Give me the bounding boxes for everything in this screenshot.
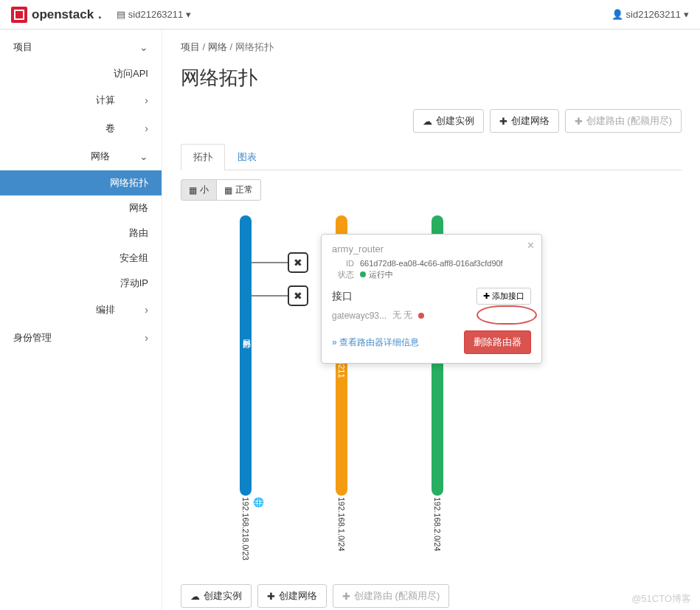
breadcrumb: 项目 / 网络 / 网络拓扑 [181, 41, 682, 54]
view-tabs: 拓扑 图表 [181, 144, 682, 170]
user-menu[interactable]: 👤 sid21263211 ▾ [611, 9, 689, 20]
size-toggle: ▦小 ▦正常 [181, 179, 682, 201]
watermark: @51CTO博客 [631, 592, 691, 606]
grid-icon: ▦ [224, 185, 232, 195]
nav-orchestration[interactable]: 编排 › [0, 296, 162, 324]
router-detail-link[interactable]: » 查看路由器详细信息 [332, 336, 419, 349]
project-selector-label: sid21263211 [128, 9, 183, 20]
chevron-right-icon: › [145, 94, 148, 106]
tab-topology[interactable]: 拓扑 [181, 144, 225, 170]
delete-router-button[interactable]: 删除路由器 [464, 330, 531, 354]
router-icon: ✖ [294, 290, 302, 302]
user-icon: 👤 [611, 9, 623, 20]
launch-instance-button[interactable]: ☁创建实例 [413, 109, 484, 133]
nav-network-topology[interactable]: 网络拓扑 [0, 170, 162, 195]
router-popup: × army_router ID661d72d8-ea08-4c66-aff8-… [321, 234, 542, 364]
nav-volume[interactable]: 卷 › [0, 114, 162, 142]
create-network-button[interactable]: ✚创建网络 [490, 109, 559, 133]
gateway-row: gatewayc93... 无 无 [332, 309, 531, 322]
interfaces-heading: 接口 [332, 290, 353, 303]
plus-icon: ✚ [499, 116, 507, 127]
chevron-down-icon: ⌄ [139, 150, 148, 162]
status-dot-red [418, 313, 424, 319]
caret-down-icon: ▾ [186, 9, 191, 20]
plus-icon: ✚ [483, 291, 490, 301]
breadcrumb-project[interactable]: 项目 [181, 41, 200, 52]
cloud-upload-icon: ☁ [190, 591, 200, 602]
user-label: sid21263211 [626, 9, 681, 20]
chevron-right-icon: › [145, 332, 148, 344]
project-selector[interactable]: ▤ sid21263211 ▾ [117, 9, 191, 20]
topbar-left: openstack. ▤ sid21263211 ▾ [11, 7, 191, 23]
close-icon[interactable]: × [527, 239, 534, 252]
nav-networks[interactable]: 网络 [0, 195, 162, 221]
popup-footer: » 查看路由器详细信息 删除路由器 [332, 330, 531, 354]
caret-down-icon: ▾ [684, 9, 689, 20]
create-router-button: ✚创建路由 (配额用尽) [565, 109, 682, 133]
nav-floating-ips[interactable]: 浮动IP [0, 271, 162, 296]
domain-icon: ▤ [117, 9, 125, 20]
main-content: 项目 / 网络 / 网络拓扑 网络拓扑 ☁创建实例 ✚创建网络 ✚创建路由 (配… [162, 30, 700, 610]
launch-instance-button-bottom[interactable]: ☁创建实例 [181, 584, 252, 608]
add-interface-button[interactable]: ✚添加接口 [477, 288, 531, 305]
router-node-2[interactable]: ✖ [288, 285, 308, 306]
grid-small-icon: ▦ [189, 185, 197, 195]
page-title: 网络拓扑 [181, 65, 682, 91]
topbar: openstack. ▤ sid21263211 ▾ 👤 sid21263211… [0, 0, 700, 30]
nav-network[interactable]: 网络 ⌄ [0, 142, 162, 170]
brand-text: openstack [32, 7, 94, 22]
interfaces-section: 接口 ✚添加接口 [332, 288, 531, 305]
nav-access-api[interactable]: 访问API [0, 61, 162, 86]
breadcrumb-current: 网络拓扑 [235, 41, 274, 52]
create-network-button-bottom[interactable]: ✚创建网络 [257, 584, 327, 608]
size-normal-button[interactable]: ▦正常 [217, 179, 261, 201]
tab-graph[interactable]: 图表 [225, 144, 269, 170]
nav-security-groups[interactable]: 安全组 [0, 246, 162, 271]
subnet-label-1: 192.168.218.0/23 [241, 497, 250, 561]
bottom-actions: ☁创建实例 ✚创建网络 ✚创建路由 (配额用尽) [181, 584, 682, 608]
subnet-label-3: 192.168.2.0/24 [433, 497, 442, 551]
info-id: ID661d72d8-ea08-4c66-aff8-016af3cfd90f [332, 259, 531, 268]
sidebar: 项目 ⌄ 访问API 计算 › 卷 › 网络 ⌄ 网络拓扑 网络 路由 安全组 … [0, 30, 162, 610]
nav-project[interactable]: 项目 ⌄ [0, 33, 162, 61]
popup-title: army_router [332, 243, 531, 254]
plus-icon: ✚ [575, 116, 583, 127]
connector-1 [252, 262, 288, 263]
breadcrumb-network[interactable]: 网络 [208, 41, 227, 52]
globe-icon: 🌐 [253, 497, 264, 507]
connector-2 [252, 295, 288, 297]
size-small-button[interactable]: ▦小 [181, 179, 217, 201]
nav-compute[interactable]: 计算 › [0, 86, 162, 114]
nav-identity[interactable]: 身份管理 › [0, 324, 162, 352]
router-icon: ✖ [294, 257, 302, 268]
cloud-upload-icon: ☁ [423, 116, 432, 127]
openstack-icon [11, 7, 27, 23]
plus-icon: ✚ [342, 591, 350, 602]
plus-icon: ✚ [267, 591, 275, 602]
subnet-label-2: 192.168.1.0/24 [337, 497, 346, 551]
top-actions: ☁创建实例 ✚创建网络 ✚创建路由 (配额用尽) [181, 109, 682, 133]
status-dot-green [360, 271, 366, 277]
chevron-down-icon: ⌄ [139, 41, 148, 53]
nav-routers[interactable]: 路由 [0, 221, 162, 246]
network-bar-1[interactable]: 外部网 [240, 215, 252, 496]
chevron-right-icon: › [145, 304, 148, 316]
create-router-button-bottom: ✚创建路由 (配额用尽) [333, 584, 449, 608]
chevron-right-icon: › [145, 122, 148, 134]
brand-logo[interactable]: openstack. [11, 7, 102, 23]
info-status: 状态运行中 [332, 269, 531, 280]
router-node-1[interactable]: ✖ [288, 252, 308, 273]
topology-canvas: 外部网 63211 ✖ ✖ 192.168.218.0/23 🌐 192.168… [225, 215, 682, 525]
